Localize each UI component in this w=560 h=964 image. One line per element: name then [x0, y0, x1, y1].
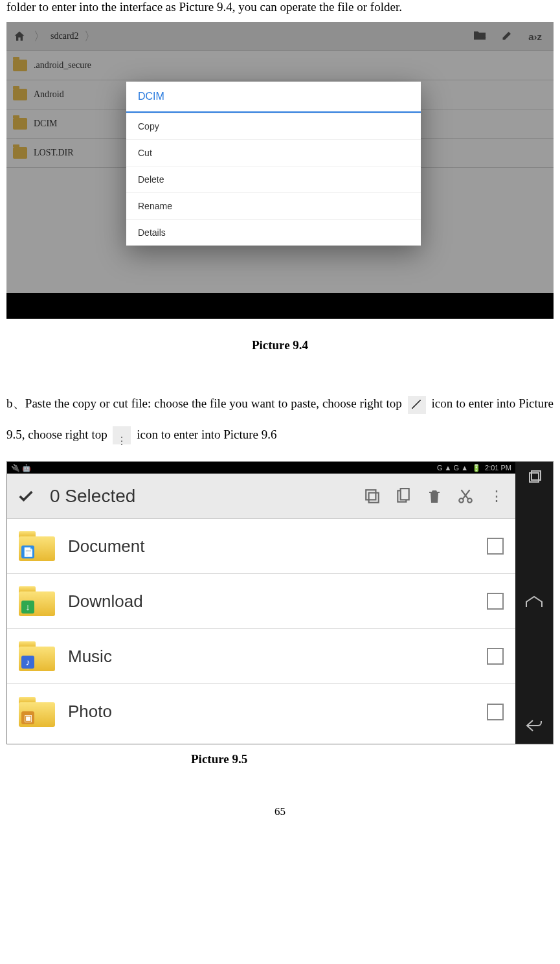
delete-icon[interactable] [425, 487, 444, 506]
status-time: 2:01 PM [485, 464, 511, 472]
context-menu: DCIM Copy Cut Delete Rename Details [126, 82, 421, 246]
checkbox[interactable] [487, 538, 504, 555]
page-number: 65 [6, 805, 554, 818]
edit-icon[interactable] [501, 29, 514, 44]
folder-row-download[interactable]: ↓ Download [7, 574, 515, 629]
nav-bar [515, 462, 553, 744]
caption-9-5: Picture 9.5 [191, 752, 554, 766]
overflow-icon [113, 426, 131, 444]
svg-rect-4 [401, 488, 409, 499]
pencil-icon [408, 396, 426, 414]
svg-rect-1 [366, 490, 375, 499]
music-badge-icon: ♪ [21, 656, 34, 669]
file-manager-topbar: 〉 sdcard2 〉 + a›z [6, 22, 554, 51]
folder-row[interactable]: .android_secure [6, 51, 554, 80]
status-network-icon: G ▲ G ▲ [437, 464, 468, 472]
screenshot-9-4: 〉 sdcard2 〉 + a›z .android_secure Androi… [6, 22, 554, 319]
breadcrumb-sep-icon: 〉 [34, 29, 45, 44]
paragraph-b: b、Paste the copy or cut file: choose the… [6, 388, 554, 450]
folder-label: Photo [68, 702, 474, 722]
folder-icon [13, 60, 27, 71]
folder-row-photo[interactable]: ▣ Photo [7, 684, 515, 739]
status-left-icons: 🔌 🤖 [11, 464, 31, 472]
checkbox[interactable] [487, 648, 504, 665]
done-icon[interactable] [16, 487, 36, 506]
folder-label: Document [68, 536, 474, 557]
context-menu-title: DCIM [126, 82, 421, 113]
breadcrumb-sep-icon: 〉 [84, 29, 96, 44]
folder-icon [13, 118, 27, 130]
recent-apps-icon[interactable] [524, 467, 544, 488]
folder-name: Android [34, 89, 64, 100]
menu-item-copy[interactable]: Copy [126, 113, 421, 139]
menu-item-cut[interactable]: Cut [126, 139, 421, 166]
folder-icon [13, 147, 27, 159]
intro-text: folder to enter into the interface as Pi… [6, 0, 554, 14]
folder-icon: ♪ [19, 641, 55, 671]
home-icon[interactable] [6, 30, 32, 43]
caption-9-4: Picture 9.4 [6, 338, 554, 352]
action-bar: 0 Selected ⋮ [7, 474, 515, 519]
folder-label: Download [68, 591, 474, 612]
menu-item-details[interactable]: Details [126, 219, 421, 246]
folder-icon [13, 89, 27, 100]
home-icon[interactable] [524, 591, 544, 612]
checkbox[interactable] [487, 704, 504, 720]
select-all-icon[interactable] [363, 487, 382, 506]
overflow-icon[interactable]: ⋮ [487, 487, 506, 506]
folder-row-music[interactable]: ♪ Music [7, 629, 515, 684]
folder-icon: ▣ [19, 697, 55, 727]
folder-name: .android_secure [34, 60, 91, 71]
doc-badge-icon: 📄 [21, 545, 34, 558]
cut-icon[interactable] [456, 487, 475, 506]
folder-row-document[interactable]: 📄 Document [7, 519, 515, 574]
status-battery-icon: 🔋 [472, 464, 481, 472]
new-folder-icon[interactable]: + [473, 29, 487, 43]
folder-label: Music [68, 647, 474, 667]
menu-item-rename[interactable]: Rename [126, 192, 421, 219]
checkbox[interactable] [487, 593, 504, 610]
sort-icon[interactable]: a›z [528, 31, 542, 42]
copy-icon[interactable] [394, 487, 413, 506]
folder-icon: 📄 [19, 531, 55, 561]
svg-rect-2 [369, 492, 379, 502]
svg-text:+: + [483, 34, 487, 41]
para-b-text1: b、Paste the copy or cut file: choose the… [6, 396, 405, 410]
para-b-text3: icon to enter into Picture 9.6 [137, 428, 276, 441]
back-icon[interactable] [524, 715, 544, 736]
folder-icon: ↓ [19, 586, 55, 616]
status-bar: 🔌 🤖 G ▲ G ▲ 🔋 2:01 PM [7, 462, 515, 474]
folder-name: DCIM [34, 119, 58, 129]
breadcrumb[interactable]: sdcard2 [47, 31, 83, 41]
folder-name: LOST.DIR [34, 148, 74, 158]
selection-count: 0 Selected [50, 486, 135, 507]
download-badge-icon: ↓ [21, 601, 34, 614]
photo-badge-icon: ▣ [21, 711, 34, 724]
screenshot-9-5: 🔌 🤖 G ▲ G ▲ 🔋 2:01 PM 0 Selected [6, 461, 554, 744]
menu-item-delete[interactable]: Delete [126, 166, 421, 192]
